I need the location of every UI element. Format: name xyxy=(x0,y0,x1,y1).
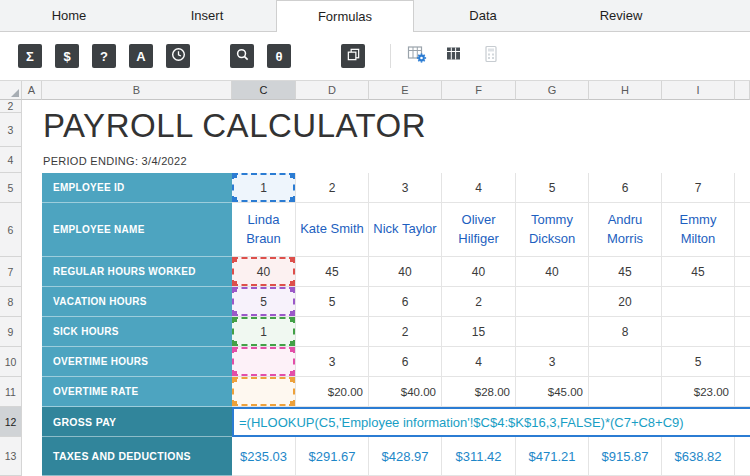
cell-G5[interactable]: 5 xyxy=(516,173,589,203)
cell-B13-label[interactable]: TAXES AND DEDUCTIONS xyxy=(42,437,232,476)
column-header-D[interactable]: D xyxy=(296,81,369,100)
select-all-corner[interactable] xyxy=(0,81,22,100)
cell-E13[interactable]: $428.97 xyxy=(369,437,442,476)
cell-G7[interactable]: 40 xyxy=(516,257,589,287)
cell-F6[interactable]: Oliver Hilfiger xyxy=(442,203,516,257)
row-header-7[interactable]: 7 xyxy=(0,257,22,287)
cell-B7-label[interactable]: REGULAR HOURS WORKED xyxy=(42,257,232,287)
cell-I7[interactable]: 45 xyxy=(662,257,735,287)
cell-D11[interactable]: $20.00 xyxy=(296,377,369,407)
tab-formulas[interactable]: Formulas xyxy=(276,0,414,32)
cell-D7[interactable]: 45 xyxy=(296,257,369,287)
defined-names-button[interactable] xyxy=(442,44,466,68)
cell-B8-label[interactable]: VACATION HOURS xyxy=(42,287,232,317)
cell-F5[interactable]: 4 xyxy=(442,173,516,203)
financial-functions-button[interactable]: $ xyxy=(55,44,79,68)
cell-D13[interactable]: $291.67 xyxy=(296,437,369,476)
row-header-3[interactable]: 3 xyxy=(0,113,22,147)
row-header-12[interactable]: 12 xyxy=(0,407,22,437)
tab-home[interactable]: Home xyxy=(0,0,138,32)
cell-I13[interactable]: $638.82 xyxy=(662,437,735,476)
cell-F7[interactable]: 40 xyxy=(442,257,516,287)
more-functions-button[interactable] xyxy=(341,44,365,68)
formula-edit-region[interactable]: =(HLOOKUP(C5,'Employee information'!$C$4… xyxy=(232,407,750,437)
row-header-6[interactable]: 6 xyxy=(0,203,22,257)
sheet-title[interactable]: PAYROLL CALCULATOR xyxy=(43,106,426,146)
tab-data[interactable]: Data xyxy=(414,0,552,32)
cell-G10[interactable]: 3 xyxy=(516,347,589,377)
cell-E9[interactable]: 2 xyxy=(369,317,442,347)
column-header-G[interactable]: G xyxy=(516,81,589,100)
lookup-reference-button[interactable] xyxy=(230,44,254,68)
date-time-functions-button[interactable] xyxy=(166,44,190,68)
cell-H8[interactable]: 20 xyxy=(589,287,662,317)
column-header-H[interactable]: H xyxy=(589,81,662,100)
row-header-9[interactable]: 9 xyxy=(0,317,22,347)
cell-C5[interactable]: 1 xyxy=(232,173,296,203)
row-header-8[interactable]: 8 xyxy=(0,287,22,317)
text-functions-button[interactable]: A xyxy=(129,44,153,68)
cell-H9[interactable]: 8 xyxy=(589,317,662,347)
cell-A6[interactable] xyxy=(22,203,42,257)
cell-C6[interactable]: Linda Braun xyxy=(232,203,296,257)
cell-B6-label[interactable]: EMPLOYEE NAME xyxy=(42,203,232,257)
row-header-10[interactable]: 10 xyxy=(0,347,22,377)
cell-E5[interactable]: 3 xyxy=(369,173,442,203)
cell-A12[interactable] xyxy=(22,407,42,437)
cell-D6[interactable]: Kate Smith xyxy=(296,203,369,257)
cell-A10[interactable] xyxy=(22,347,42,377)
cell-B11-label[interactable]: OVERTIME RATE xyxy=(42,377,232,407)
autosum-button[interactable]: Σ xyxy=(18,44,42,68)
cell-I10[interactable]: 5 xyxy=(662,347,735,377)
cell-B9-label[interactable]: SICK HOURS xyxy=(42,317,232,347)
cell-G6[interactable]: Tommy Dickson xyxy=(516,203,589,257)
column-header-A[interactable]: A xyxy=(22,81,42,100)
cell-C8[interactable]: 5 xyxy=(232,287,296,317)
cell-C11[interactable] xyxy=(232,377,296,407)
cell-A8[interactable] xyxy=(22,287,42,317)
cell-D9[interactable] xyxy=(296,317,369,347)
cell-E8[interactable]: 6 xyxy=(369,287,442,317)
cell-D5[interactable]: 2 xyxy=(296,173,369,203)
row-header-4[interactable]: 4 xyxy=(0,147,22,173)
column-header-E[interactable]: E xyxy=(369,81,442,100)
cell-B12-label[interactable]: GROSS PAY xyxy=(42,407,232,437)
logical-functions-button[interactable]: ? xyxy=(92,44,116,68)
cell-C10[interactable] xyxy=(232,347,296,377)
cell-B5-label[interactable]: EMPLOYEE ID xyxy=(42,173,232,203)
cell-H7[interactable]: 45 xyxy=(589,257,662,287)
column-header-F[interactable]: F xyxy=(442,81,516,100)
cell-E10[interactable]: 6 xyxy=(369,347,442,377)
period-ending-label[interactable]: PERIOD ENDING: 3/4/2022 xyxy=(43,155,187,167)
tab-insert[interactable]: Insert xyxy=(138,0,276,32)
cell-G9[interactable] xyxy=(516,317,589,347)
math-trig-button[interactable]: θ xyxy=(267,44,291,68)
tab-review[interactable]: Review xyxy=(552,0,690,32)
cell-H10[interactable] xyxy=(589,347,662,377)
cell-A9[interactable] xyxy=(22,317,42,347)
cell-G11[interactable]: $45.00 xyxy=(516,377,589,407)
row-header-2[interactable]: 2 xyxy=(0,100,22,113)
cell-C9[interactable]: 1 xyxy=(232,317,296,347)
cell-E6[interactable]: Nick Taylor xyxy=(369,203,442,257)
cell-F13[interactable]: $311.42 xyxy=(442,437,516,476)
cell-F11[interactable]: $28.00 xyxy=(442,377,516,407)
cell-D8[interactable]: 5 xyxy=(296,287,369,317)
cell-I8[interactable] xyxy=(662,287,735,317)
cell-G13[interactable]: $471.21 xyxy=(516,437,589,476)
column-header-C[interactable]: C xyxy=(232,81,296,100)
cell-H5[interactable]: 6 xyxy=(589,173,662,203)
cell-C13[interactable]: $235.03 xyxy=(232,437,296,476)
cell-G8[interactable] xyxy=(516,287,589,317)
cell-F9[interactable]: 15 xyxy=(442,317,516,347)
cell-I11[interactable]: $23.00 xyxy=(662,377,735,407)
calculation-options-button[interactable] xyxy=(405,44,429,68)
row-header-13[interactable]: 13 xyxy=(0,437,22,476)
cell-B10-label[interactable]: OVERTIME HOURS xyxy=(42,347,232,377)
cell-H6[interactable]: Andru Morris xyxy=(589,203,662,257)
cell-F8[interactable]: 2 xyxy=(442,287,516,317)
cell-A5[interactable] xyxy=(22,173,42,203)
row-header-11[interactable]: 11 xyxy=(0,377,22,407)
cell-A11[interactable] xyxy=(22,377,42,407)
cell-H11[interactable] xyxy=(589,377,662,407)
